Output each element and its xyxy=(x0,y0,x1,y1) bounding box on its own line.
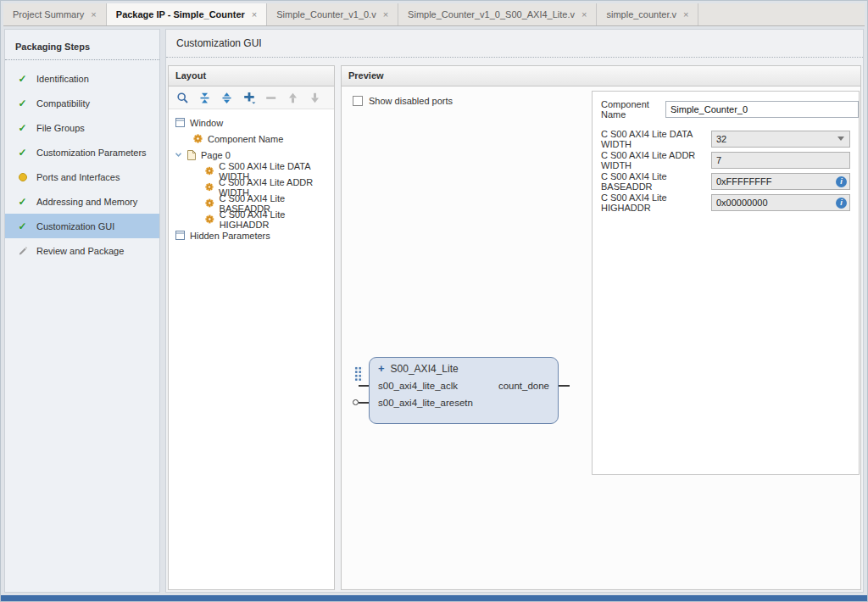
sidebar-item-file-groups[interactable]: ✓ File Groups xyxy=(5,115,159,140)
tab-simple-counter-v[interactable]: simple_counter.v × xyxy=(597,3,698,25)
search-button[interactable] xyxy=(175,90,191,106)
tree-label: Component Name xyxy=(208,134,283,144)
collapse-all-icon xyxy=(198,92,211,104)
sidebar-item-identification[interactable]: ✓ Identification xyxy=(5,66,159,91)
show-disabled-ports-option[interactable]: Show disabled ports xyxy=(353,96,453,106)
addr-width-input[interactable] xyxy=(716,155,818,165)
tab-simple-counter-v1-0-v[interactable]: Simple_Counter_v1_0.v × xyxy=(267,3,398,25)
gear-icon xyxy=(205,198,214,208)
ip-interface-header: + S00_AXI4_Lite xyxy=(370,358,558,377)
addr-width-input-wrap xyxy=(711,152,850,169)
add-parameter-button[interactable] xyxy=(241,90,257,106)
tree-item-hidden-parameters[interactable]: Hidden Parameters xyxy=(169,227,334,243)
highaddr-input[interactable] xyxy=(716,198,818,208)
info-icon[interactable]: i xyxy=(836,176,847,187)
search-icon xyxy=(176,92,189,104)
check-icon: ✓ xyxy=(17,98,28,109)
gear-icon xyxy=(205,215,214,224)
field-highaddr: C S00 AXI4 Lite HIGHADDR i xyxy=(593,192,859,213)
data-width-select[interactable]: 32 xyxy=(711,131,850,148)
page-icon xyxy=(187,150,196,160)
customization-properties-panel: Component Name C S00 AXI4 Lite DATA WIDT… xyxy=(592,91,860,475)
tree-label: Page 0 xyxy=(201,150,231,160)
vivado-window: Project Summary × Package IP - Simple_Co… xyxy=(0,0,868,602)
ip-block-diagram[interactable]: + S00_AXI4_Lite s00_axi4_lite_aclk count… xyxy=(369,357,559,424)
tab-label: Simple_Counter_v1_0.v xyxy=(276,9,376,20)
check-icon: ✓ xyxy=(17,220,28,232)
close-icon[interactable]: × xyxy=(383,9,388,20)
step-label: Customization GUI xyxy=(36,221,114,231)
info-icon[interactable]: i xyxy=(836,198,847,209)
collapse-all-button[interactable] xyxy=(197,90,213,106)
field-label: C S00 AXI4 Lite ADDR WIDTH xyxy=(601,150,711,170)
step-label: Ports and Interfaces xyxy=(36,172,120,182)
tree-label: Window xyxy=(190,118,223,128)
tree-item-highaddr[interactable]: C S00 AXI4 Lite HIGHADDR xyxy=(169,211,334,227)
highaddr-input-wrap: i xyxy=(711,194,850,211)
layout-panel-header: Layout xyxy=(169,66,334,86)
gear-icon xyxy=(205,182,214,192)
panel-splitter[interactable] xyxy=(335,65,341,590)
expand-all-button[interactable] xyxy=(219,90,235,106)
pencil-icon xyxy=(17,246,28,256)
sidebar-item-compatibility[interactable]: ✓ Compatibility xyxy=(5,91,159,115)
preview-canvas: Show disabled ports + S00_AXI4_Lite s00_… xyxy=(342,87,860,588)
drag-handle-icon[interactable] xyxy=(354,366,363,381)
tree-item-component-name[interactable]: Component Name xyxy=(169,131,334,147)
sidebar-item-ports-and-interfaces[interactable]: Ports and Interfaces xyxy=(5,164,159,189)
tab-simple-counter-v1-0-s00-axi4-lite-v[interactable]: Simple_Counter_v1_0_S00_AXI4_Lite.v × xyxy=(398,3,597,25)
step-label: Identification xyxy=(36,74,89,84)
step-label: Addressing and Memory xyxy=(36,197,137,207)
port-row: s00_axi4_lite_aresetn xyxy=(370,394,558,411)
window-icon xyxy=(175,231,185,240)
gear-icon xyxy=(193,134,203,143)
tab-label: simple_counter.v xyxy=(606,9,676,20)
chevron-down-icon xyxy=(837,137,844,141)
field-addr-width: C S00 AXI4 Lite ADDR WIDTH xyxy=(593,149,859,170)
check-icon: ✓ xyxy=(17,196,28,208)
preview-panel: Preview Show disabled ports + S00_AXI4_L… xyxy=(341,65,861,590)
sidebar-item-addressing-and-memory[interactable]: ✓ Addressing and Memory xyxy=(5,189,159,214)
port-name-count-done: count_done xyxy=(498,381,549,391)
close-icon[interactable]: × xyxy=(91,9,96,20)
tab-package-ip-simple-counter[interactable]: Package IP - Simple_Counter × xyxy=(107,3,267,25)
tab-project-summary[interactable]: Project Summary × xyxy=(3,3,107,25)
step-label: File Groups xyxy=(36,123,85,133)
move-down-button[interactable] xyxy=(307,90,323,106)
sidebar-item-customization-parameters[interactable]: ✓ Customization Parameters xyxy=(5,140,159,164)
tab-label: Package IP - Simple_Counter xyxy=(116,9,245,20)
port-row: s00_axi4_lite_aclk count_done xyxy=(370,377,558,394)
layout-tree: Window Component Name Page 0 C S00 AXI4 … xyxy=(169,109,334,243)
show-disabled-ports-checkbox[interactable] xyxy=(353,96,363,106)
check-icon: ✓ xyxy=(17,73,28,85)
checkbox-label: Show disabled ports xyxy=(369,96,453,106)
expand-plus-icon[interactable]: + xyxy=(378,365,385,373)
sidebar-item-review-and-package[interactable]: Review and Package xyxy=(5,238,159,263)
port-stub xyxy=(359,385,369,387)
tab-label: Project Summary xyxy=(13,9,84,20)
step-label: Customization Parameters xyxy=(36,148,147,158)
close-icon[interactable]: × xyxy=(252,9,257,20)
plus-icon xyxy=(242,91,256,104)
layout-panel: Layout xyxy=(168,65,335,590)
chevron-down-icon xyxy=(175,151,182,159)
field-data-width: C S00 AXI4 Lite DATA WIDTH 32 xyxy=(593,128,859,149)
sidebar-item-customization-gui[interactable]: ✓ Customization GUI xyxy=(5,214,159,238)
move-up-button[interactable] xyxy=(285,90,301,106)
sidebar-title: Packaging Steps xyxy=(5,30,159,59)
expand-all-icon xyxy=(220,92,233,104)
arrow-up-icon xyxy=(287,92,299,104)
window-icon xyxy=(175,118,185,127)
tree-item-window[interactable]: Window xyxy=(169,114,334,131)
component-name-input[interactable] xyxy=(665,101,859,118)
close-icon[interactable]: × xyxy=(683,9,688,20)
step-label: Review and Package xyxy=(36,246,124,256)
component-name-label: Component Name xyxy=(601,99,665,120)
tree-label: C S00 AXI4 Lite HIGHADDR xyxy=(220,209,334,230)
remove-parameter-button[interactable] xyxy=(263,90,279,106)
packaging-steps-sidebar: Packaging Steps ✓ Identification ✓ Compa… xyxy=(4,29,160,593)
tree-label: Hidden Parameters xyxy=(190,231,270,241)
close-icon[interactable]: × xyxy=(581,9,587,20)
port-name-aclk: s00_axi4_lite_aclk xyxy=(378,381,458,391)
baseaddr-input[interactable] xyxy=(716,176,818,187)
